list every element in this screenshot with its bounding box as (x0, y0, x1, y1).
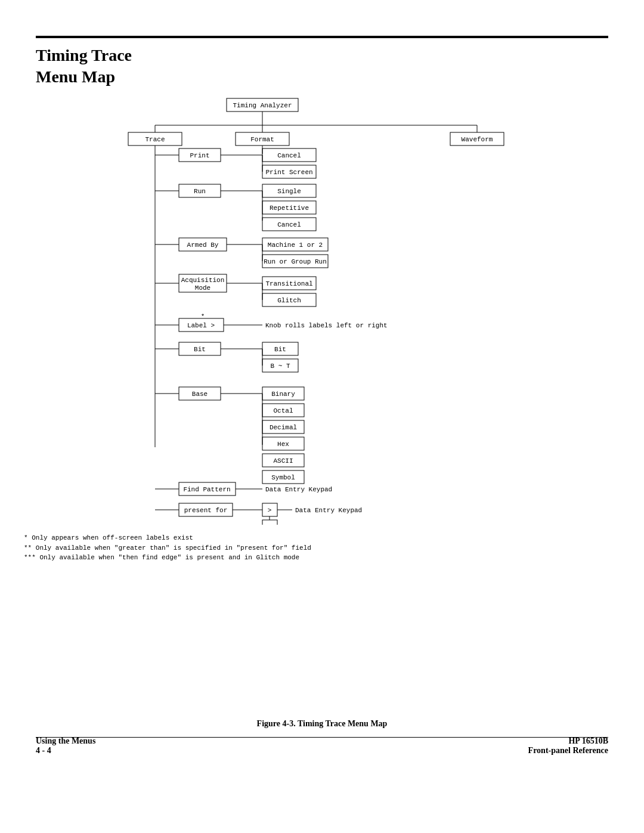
svg-text:Decimal: Decimal (270, 424, 297, 431)
svg-text:Bit: Bit (274, 346, 286, 353)
svg-text:Cancel: Cancel (277, 221, 301, 228)
svg-text:ASCII: ASCII (273, 457, 293, 465)
svg-text:Run: Run (194, 188, 206, 195)
svg-text:Trace: Trace (145, 136, 165, 143)
svg-text:Print Screen: Print Screen (265, 169, 312, 176)
svg-text:*: * (201, 313, 205, 320)
footer-right: HP 16510B Front-panel Reference (528, 736, 608, 755)
svg-text:Acquisition: Acquisition (181, 277, 225, 284)
figure-caption: Figure 4-3. Timing Trace Menu Map (0, 719, 644, 729)
footnote-3: *** Only available when "then find edge"… (24, 553, 620, 563)
footer-product: HP 16510B (528, 736, 608, 746)
svg-text:Single: Single (277, 188, 301, 195)
footnotes: * Only appears when off-screen labels ex… (24, 533, 620, 563)
svg-text:Repetitive: Repetitive (270, 205, 309, 212)
svg-text:Transitional: Transitional (265, 280, 312, 287)
footnote-2: ** Only available when "greater than" is… (24, 543, 620, 553)
svg-text:Symbol: Symbol (271, 474, 295, 481)
svg-text:Octal: Octal (273, 407, 293, 414)
top-rule (36, 36, 608, 38)
svg-text:Machine 1 or 2: Machine 1 or 2 (268, 241, 323, 249)
svg-text:Hex: Hex (277, 441, 289, 448)
svg-text:<: < (268, 524, 272, 525)
page: Timing Trace Menu Map Timing Analyzer Tr… (0, 0, 644, 833)
svg-text:Data Entry Keypad: Data Entry Keypad (265, 486, 332, 493)
svg-text:Armed By: Armed By (187, 241, 219, 249)
footer-reference: Front-panel Reference (528, 746, 608, 755)
diagram-svg: Timing Analyzer Trace Format Waveform (24, 95, 572, 525)
svg-text:Base: Base (192, 391, 208, 398)
footnote-1: * Only appears when off-screen labels ex… (24, 533, 620, 543)
svg-text:Label >: Label > (187, 322, 215, 329)
svg-text:Timing Analyzer: Timing Analyzer (233, 102, 292, 109)
svg-text:Knob rolls labels left or righ: Knob rolls labels left or right (265, 322, 388, 329)
svg-text:Bit: Bit (194, 346, 206, 353)
footer-using-menus: Using the Menus (36, 736, 95, 746)
svg-text:B ~ T: B ~ T (270, 363, 290, 370)
svg-text:Binary: Binary (271, 391, 295, 398)
diagram-area: Timing Analyzer Trace Format Waveform (24, 95, 620, 614)
footer-page-number: 4 - 4 (36, 746, 95, 755)
footer: Using the Menus 4 - 4 HP 16510B Front-pa… (36, 736, 608, 755)
svg-text:Run or Group Run: Run or Group Run (264, 258, 327, 265)
svg-text:Find Pattern: Find Pattern (183, 486, 230, 493)
svg-text:present for: present for (184, 507, 228, 514)
svg-text:Waveform: Waveform (462, 136, 493, 143)
svg-text:Glitch: Glitch (277, 297, 301, 304)
svg-text:Data Entry Keypad: Data Entry Keypad (295, 507, 362, 514)
footer-left: Using the Menus 4 - 4 (36, 736, 95, 755)
svg-text:Format: Format (250, 136, 274, 143)
page-title: Timing Trace Menu Map (36, 45, 132, 88)
svg-text:Print: Print (190, 152, 209, 159)
svg-text:Mode: Mode (195, 284, 210, 292)
svg-text:>: > (268, 507, 272, 514)
svg-text:Cancel: Cancel (277, 152, 301, 159)
